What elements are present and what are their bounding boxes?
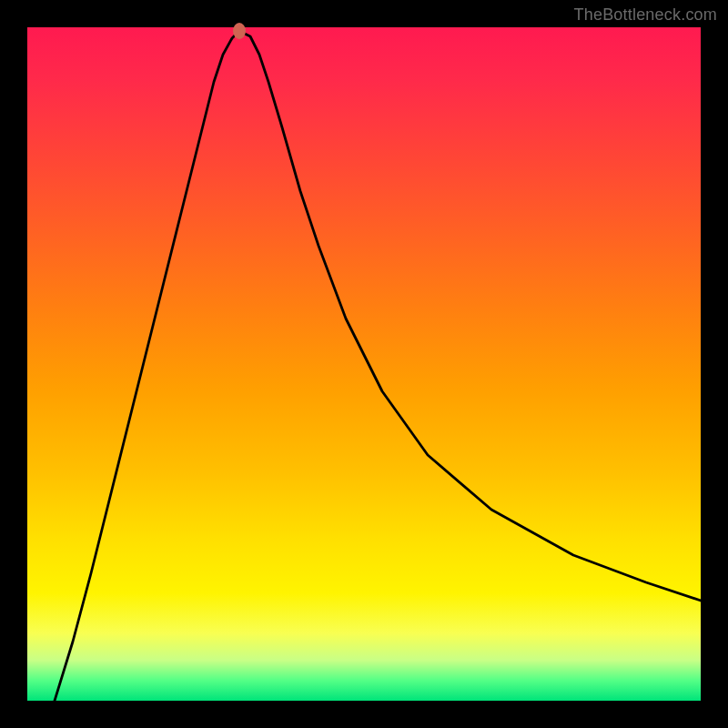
chart-frame: TheBottleneck.com — [0, 0, 728, 728]
gradient-plot-area — [27, 27, 701, 701]
bottleneck-curve — [27, 27, 701, 701]
minimum-point-marker — [233, 23, 246, 39]
watermark-text: TheBottleneck.com — [574, 5, 717, 25]
